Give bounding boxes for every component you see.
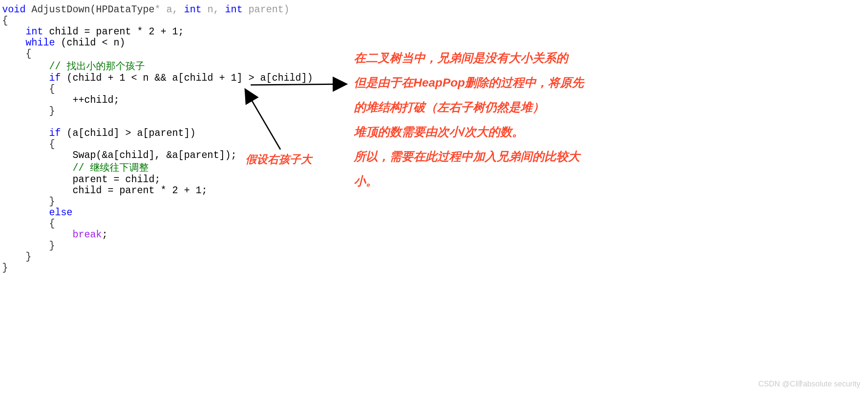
kw-int-2: int — [225, 4, 243, 15]
param-parent: parent) — [243, 4, 289, 15]
kw-void: void — [2, 4, 25, 15]
annot-line-6: 小。 — [354, 169, 660, 194]
kw-break: break — [73, 229, 102, 240]
comment-1: // 找出小的那个孩子 — [49, 61, 144, 72]
watermark: CSDN @C肆absolute security — [758, 379, 860, 389]
if2-cond: (a[child] > a[parent]) — [61, 128, 195, 139]
inc-child: ++child; — [73, 95, 119, 106]
break-semi: ; — [102, 229, 108, 240]
annot-line-5: 所以，需要在此过程中加入兄弟间的比较大 — [354, 144, 660, 169]
kw-if-2: if — [49, 128, 61, 139]
param-n: n, — [201, 4, 225, 15]
swap-call: Swap(&a[child], &a[parent]); — [73, 150, 237, 161]
assign-child: child = parent * 2 + 1; — [73, 185, 207, 196]
kw-if-1: if — [49, 73, 61, 84]
annot-line-3: 的堆结构打破（左右子树仍然是堆） — [354, 95, 660, 120]
kw-while: while — [25, 37, 55, 48]
comment-2: // 继续往下调整 — [73, 163, 149, 174]
kw-int-1: int — [184, 4, 201, 15]
param-a: * a, — [155, 4, 184, 15]
kw-else: else — [49, 207, 72, 218]
decl-child: child = parent * 2 + 1; — [43, 26, 184, 37]
if1-cond: (child + 1 < n && a[child + 1] > a[child… — [61, 73, 313, 84]
type-name: HPDataType — [96, 4, 155, 15]
fn-name: AdjustDown( — [25, 4, 96, 15]
assign-parent: parent = child; — [73, 174, 161, 185]
while-cond: (child < n) — [55, 37, 125, 48]
annot-line-1: 在二叉树当中，兄弟间是没有大小关系的 — [354, 46, 660, 70]
code-block: void AdjustDown(HPDataType* a, int n, in… — [2, 4, 313, 273]
annotation-block: 在二叉树当中，兄弟间是没有大小关系的 但是由于在HeapPop删除的过程中，将原… — [354, 46, 660, 194]
annot-line-4: 堆顶的数需要由次小/次大的数。 — [354, 120, 660, 144]
annotation-hint: 假设右孩子大 — [246, 152, 312, 167]
annot-line-2: 但是由于在HeapPop删除的过程中，将原先 — [354, 70, 660, 95]
kw-int-3: int — [25, 26, 43, 37]
